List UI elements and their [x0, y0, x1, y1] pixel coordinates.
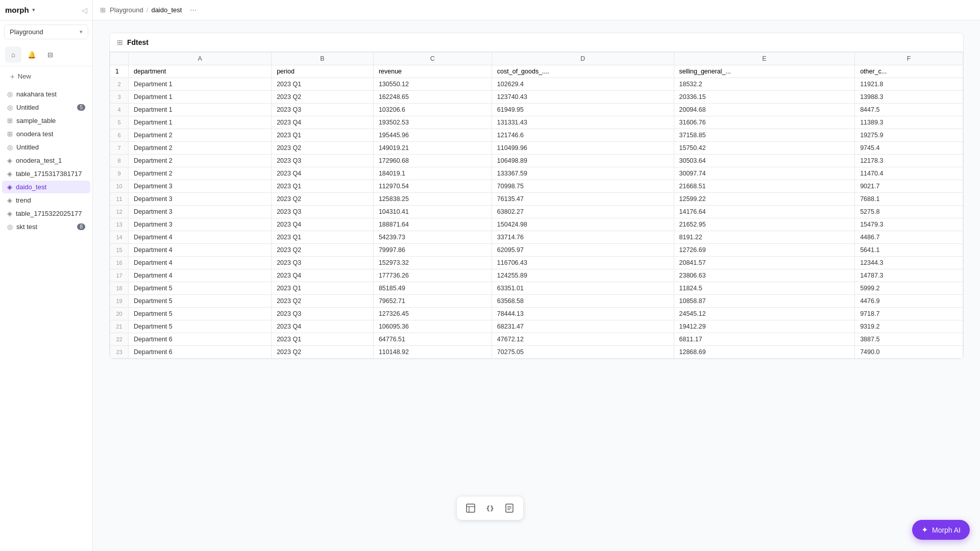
- sidebar-item-daido-test[interactable]: ◈ daido_test: [2, 181, 90, 193]
- table-cell: Department 3: [129, 206, 272, 218]
- table-cell: 30097.74: [674, 167, 855, 180]
- toolbar-doc-btn[interactable]: [501, 499, 518, 517]
- table-cell: Department 1: [129, 104, 272, 116]
- row-num-cell: 18: [110, 282, 129, 295]
- col-period-header: period: [272, 65, 374, 78]
- table-cell: 31606.76: [674, 116, 855, 129]
- item-icon: ◈: [7, 157, 12, 164]
- sidebar-item-label: trend: [16, 196, 31, 204]
- table-cell: 21652.95: [674, 218, 855, 231]
- item-icon: ◎: [7, 223, 13, 231]
- sidebar-item-skt-test[interactable]: ◎ skt test 8: [2, 220, 90, 233]
- table-cell: 193502.53: [373, 116, 492, 129]
- sidebar-item-sample-table[interactable]: ⊞ sample_table: [2, 114, 90, 127]
- home-icon-btn[interactable]: ⌂: [5, 46, 21, 63]
- table-row: 22Department 62023 Q164776.5147672.12681…: [110, 333, 963, 346]
- row-num-cell: 13: [110, 218, 129, 231]
- sidebar-item-onodera-test-1[interactable]: ◈ onodera_test_1: [2, 154, 90, 167]
- table-cell: 152973.32: [373, 257, 492, 269]
- table-cell: Department 4: [129, 244, 272, 257]
- table-cell: 2023 Q1: [272, 129, 374, 142]
- table-cell: 2023 Q2: [272, 295, 374, 308]
- table-cell: 47672.12: [492, 333, 674, 346]
- row-num-cell: 6: [110, 129, 129, 142]
- breadcrumb-root[interactable]: Playground: [110, 6, 143, 14]
- svg-rect-0: [467, 504, 475, 512]
- table-cell: 2023 Q4: [272, 116, 374, 129]
- table-cell: 124255.89: [492, 269, 674, 282]
- toolbar-code-btn[interactable]: {}: [481, 499, 499, 517]
- table-cell: 110499.96: [492, 142, 674, 155]
- table-cell: 10858.87: [674, 295, 855, 308]
- sidebar-item-label: table_1715317381717: [16, 170, 82, 178]
- table-cell: Department 6: [129, 333, 272, 346]
- table-cell: 106498.89: [492, 155, 674, 167]
- table-cell: 162248.65: [373, 91, 492, 104]
- sidebar-item-onodera-test[interactable]: ⊞ onodera test: [2, 128, 90, 140]
- sidebar-item-trend[interactable]: ◈ trend: [2, 194, 90, 207]
- table-cell: 2023 Q1: [272, 180, 374, 193]
- row-num-cell: 22: [110, 333, 129, 346]
- sidebar-item-untitled-1[interactable]: ◎ Untitled 5: [2, 101, 90, 114]
- database-icon-btn[interactable]: ⊟: [42, 46, 58, 63]
- sidebar-item-table-1715317381717[interactable]: ◈ table_1715317381717: [2, 167, 90, 180]
- workspace-label: Playground: [10, 28, 43, 36]
- table-cell: 8191.22: [674, 231, 855, 244]
- col-header-rownum: [110, 53, 129, 65]
- bottom-toolbar: {}: [456, 496, 524, 520]
- col-header-E: E: [674, 53, 855, 65]
- content-area: ⊞ Fdtest A B C D E F: [93, 20, 980, 551]
- item-icon: ◈: [7, 210, 12, 217]
- table-row: 7Department 22023 Q2149019.21110499.9615…: [110, 142, 963, 155]
- table-row: 15Department 42023 Q279997.8662095.97127…: [110, 244, 963, 257]
- table-cell: Department 2: [129, 142, 272, 155]
- table-cell: 2023 Q2: [272, 193, 374, 206]
- table-cell: Department 1: [129, 78, 272, 91]
- row-num-cell: 2: [110, 78, 129, 91]
- sidebar-item-table-1715322025177[interactable]: ◈ table_1715322025177: [2, 207, 90, 220]
- morph-logo-text: morph: [5, 6, 29, 14]
- table-cell: 150424.98: [492, 218, 674, 231]
- table-cell: Department 1: [129, 116, 272, 129]
- morph-ai-button[interactable]: ✦ Morph AI: [912, 520, 970, 540]
- table-cell: Department 4: [129, 231, 272, 244]
- table-cell: 70275.05: [492, 346, 674, 359]
- table-cell: 133367.59: [492, 167, 674, 180]
- sidebar-item-label: table_1715322025177: [16, 210, 82, 217]
- table-row: 23Department 62023 Q2110148.9270275.0512…: [110, 346, 963, 359]
- item-badge: 8: [77, 223, 85, 230]
- data-table: A B C D E F 1 department period revenue: [110, 52, 963, 359]
- table-cell: 23806.63: [674, 269, 855, 282]
- table-cell: 11470.4: [855, 167, 963, 180]
- row-num-cell: 20: [110, 308, 129, 320]
- table-cell: 2023 Q1: [272, 231, 374, 244]
- new-btn[interactable]: + New: [5, 69, 87, 83]
- sidebar-item-untitled-2[interactable]: ◎ Untitled: [2, 141, 90, 154]
- topbar-page-icon: ⊞: [100, 6, 106, 14]
- item-icon: ◎: [7, 104, 13, 111]
- table-row: 20Department 52023 Q3127326.4578444.1324…: [110, 308, 963, 320]
- col-header-D: D: [492, 53, 674, 65]
- table-cell: 70998.75: [492, 180, 674, 193]
- sidebar-collapse-btn[interactable]: ◁: [82, 6, 87, 14]
- table-cell: Department 2: [129, 129, 272, 142]
- sidebar-item-label: sample_table: [16, 117, 56, 124]
- sidebar-item-label: daido_test: [16, 183, 46, 191]
- table-row: 11Department 32023 Q2125838.2576135.4712…: [110, 193, 963, 206]
- table-cell: 13988.3: [855, 91, 963, 104]
- sidebar-icon-row: ⌂ 🔔 ⊟: [0, 43, 92, 66]
- workspace-selector[interactable]: Playground ▾: [4, 24, 88, 39]
- table-cell: 76135.47: [492, 193, 674, 206]
- notifications-icon-btn[interactable]: 🔔: [23, 46, 40, 63]
- table-cell: Department 3: [129, 193, 272, 206]
- col-header-C: C: [373, 53, 492, 65]
- table-cell: 20336.15: [674, 91, 855, 104]
- topbar-more-btn[interactable]: ⋯: [190, 6, 197, 14]
- table-row: 4Department 12023 Q3103206.661949.952009…: [110, 104, 963, 116]
- table-scroll-container[interactable]: A B C D E F 1 department period revenue: [110, 52, 963, 359]
- table-block-header: ⊞ Fdtest: [110, 33, 963, 52]
- toolbar-table-btn[interactable]: [462, 499, 479, 517]
- table-row: 12Department 32023 Q3104310.4163802.2714…: [110, 206, 963, 218]
- sidebar-item-nakahara-test[interactable]: ◎ nakahara test: [2, 88, 90, 101]
- sidebar-logo: morph ▾ ◁: [0, 0, 92, 20]
